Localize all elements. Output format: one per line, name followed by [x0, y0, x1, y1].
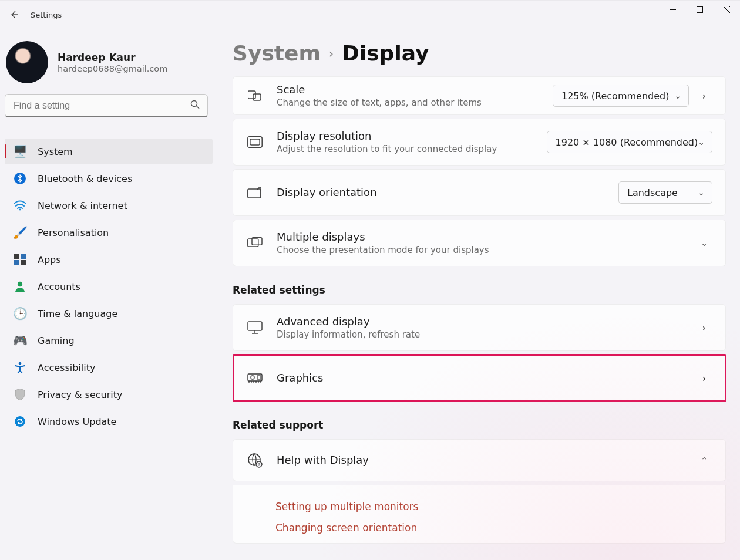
svg-point-9 — [19, 362, 22, 365]
svg-rect-18 — [248, 322, 262, 330]
svg-rect-12 — [253, 94, 261, 100]
sidebar-item-label: System — [38, 146, 73, 157]
sidebar-item-label: Gaming — [38, 335, 75, 346]
sidebar-item-label: Accounts — [38, 281, 80, 292]
svg-rect-7 — [21, 260, 26, 265]
setting-resolution[interactable]: Display resolution Adjust the resolution… — [233, 119, 726, 166]
svg-rect-6 — [14, 260, 19, 265]
help-link[interactable]: Setting up multiple monitors — [275, 498, 418, 515]
svg-point-10 — [15, 416, 25, 427]
svg-rect-4 — [14, 254, 19, 259]
setting-subtitle: Change the size of text, apps, and other… — [277, 97, 553, 109]
dropdown-value: Landscape — [627, 187, 678, 198]
orientation-dropdown[interactable]: Landscape ⌄ — [618, 181, 712, 204]
user-email: hardeep0688@gmail.com — [58, 64, 167, 73]
sidebar-item-label: Bluetooth & devices — [38, 173, 132, 184]
dropdown-value: 125% (Recommended) — [561, 90, 669, 102]
chevron-right-icon[interactable]: › — [696, 322, 712, 333]
sidebar-item-label: Personalisation — [38, 227, 109, 238]
sidebar: Hardeep Kaur hardeep0688@gmail.com 🖥️ Sy… — [0, 35, 217, 440]
window-controls — [659, 0, 740, 19]
svg-rect-15 — [248, 189, 261, 198]
person-icon — [13, 279, 27, 294]
svg-rect-11 — [248, 91, 255, 99]
sidebar-item-label: Accessibility — [38, 362, 95, 373]
gamepad-icon: 🎮 — [13, 333, 27, 348]
section-related-support: Related support — [233, 419, 726, 431]
chevron-right-icon[interactable]: › — [696, 373, 712, 384]
setting-orientation[interactable]: Display orientation Landscape ⌄ — [233, 169, 726, 216]
clock-globe-icon: 🕒 — [13, 306, 27, 321]
chevron-up-icon[interactable]: ⌃ — [696, 456, 712, 465]
setting-title: Multiple displays — [277, 230, 696, 244]
user-name: Hardeep Kaur — [58, 51, 167, 64]
help-links-card: Setting up multiple monitors Changing sc… — [233, 485, 726, 544]
svg-text:?: ? — [258, 463, 260, 467]
sidebar-item-label: Time & language — [38, 308, 117, 319]
svg-point-20 — [251, 376, 254, 379]
sidebar-item-windows-update[interactable]: Windows Update — [5, 409, 213, 434]
setting-scale[interactable]: Scale Change the size of text, apps, and… — [233, 76, 726, 115]
panel-list: Scale Change the size of text, apps, and… — [233, 76, 726, 560]
sidebar-item-personalisation[interactable]: 🖌️ Personalisation — [5, 220, 213, 245]
maximize-button[interactable] — [686, 0, 713, 19]
search-input[interactable] — [5, 94, 208, 117]
minimize-button[interactable] — [659, 0, 686, 19]
back-button[interactable] — [0, 1, 28, 29]
update-icon — [13, 414, 27, 429]
nav: 🖥️ System Bluetooth & devices Network & … — [5, 139, 213, 434]
setting-title: Scale — [277, 83, 553, 97]
setting-title: Display orientation — [277, 185, 618, 200]
orientation-icon — [246, 187, 264, 198]
back-arrow-icon — [9, 10, 19, 19]
setting-subtitle: Adjust the resolution to fit your connec… — [277, 143, 547, 155]
setting-multiple-displays[interactable]: Multiple displays Choose the presentatio… — [233, 220, 726, 266]
sidebar-item-network[interactable]: Network & internet — [5, 193, 213, 218]
sidebar-item-time-language[interactable]: 🕒 Time & language — [5, 301, 213, 326]
close-button[interactable] — [713, 0, 740, 19]
svg-point-1 — [191, 101, 197, 107]
chevron-right-icon[interactable]: › — [696, 90, 712, 102]
setting-advanced-display[interactable]: Advanced display Display information, re… — [233, 304, 726, 351]
breadcrumb-parent[interactable]: System — [233, 41, 321, 65]
help-links: Setting up multiple monitors Changing sc… — [246, 492, 418, 537]
setting-title: Advanced display — [277, 315, 696, 329]
sidebar-item-privacy[interactable]: Privacy & security — [5, 382, 213, 407]
svg-point-8 — [18, 282, 22, 286]
sidebar-item-system[interactable]: 🖥️ System — [5, 139, 213, 164]
shield-icon — [13, 387, 27, 402]
sidebar-item-gaming[interactable]: 🎮 Gaming — [5, 328, 213, 353]
scale-dropdown[interactable]: 125% (Recommended) ⌄ — [553, 85, 689, 107]
chevron-down-icon: ⌄ — [674, 91, 681, 100]
user-block[interactable]: Hardeep Kaur hardeep0688@gmail.com — [6, 41, 213, 83]
chevron-down-icon[interactable]: ⌄ — [696, 238, 712, 248]
sidebar-item-apps[interactable]: Apps — [5, 247, 213, 272]
help-card[interactable]: ? Help with Display ⌃ — [233, 439, 726, 481]
setting-graphics[interactable]: Graphics › — [233, 355, 726, 402]
help-link[interactable]: Changing screen orientation — [275, 519, 418, 537]
svg-rect-5 — [21, 254, 26, 259]
monitor-icon — [246, 321, 264, 334]
resolution-dropdown[interactable]: 1920 × 1080 (Recommended) ⌄ — [547, 131, 712, 153]
section-related-settings: Related settings — [233, 284, 726, 296]
apps-icon — [13, 252, 27, 266]
svg-rect-14 — [250, 139, 260, 145]
svg-rect-19 — [248, 374, 262, 381]
sidebar-item-label: Privacy & security — [38, 389, 122, 400]
main: System › Display Scale Change the size o… — [233, 41, 726, 560]
chevron-right-icon: › — [329, 46, 334, 60]
help-card-title: Help with Display — [277, 453, 696, 467]
setting-subtitle: Choose the presentation mode for your di… — [277, 244, 696, 256]
paintbrush-icon: 🖌️ — [13, 225, 27, 239]
sidebar-item-accessibility[interactable]: Accessibility — [5, 355, 213, 380]
sidebar-item-bluetooth[interactable]: Bluetooth & devices — [5, 166, 213, 191]
avatar — [6, 41, 48, 83]
sidebar-item-label: Apps — [38, 254, 61, 265]
dropdown-value: 1920 × 1080 (Recommended) — [556, 137, 698, 148]
sidebar-item-accounts[interactable]: Accounts — [5, 274, 213, 299]
display-icon: 🖥️ — [13, 144, 27, 158]
title-bar: Settings — [0, 0, 740, 28]
chevron-down-icon: ⌄ — [698, 188, 705, 197]
search-wrap — [5, 94, 208, 117]
bluetooth-icon — [13, 171, 27, 185]
